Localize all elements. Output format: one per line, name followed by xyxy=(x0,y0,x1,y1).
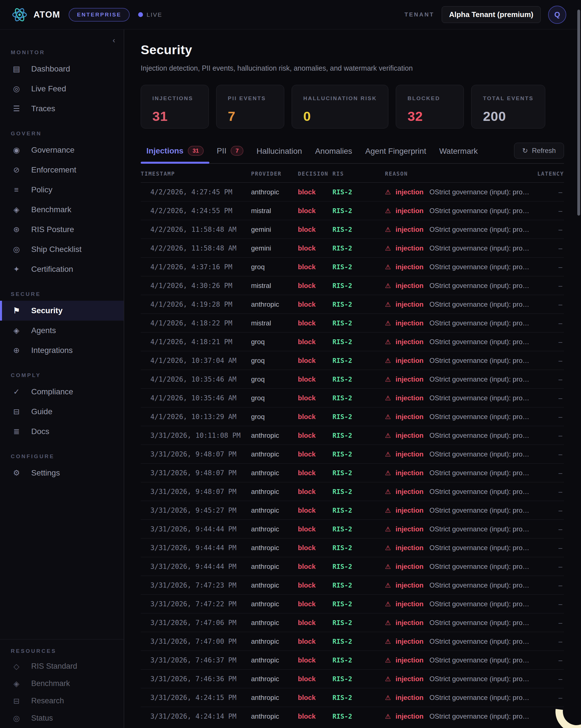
table-row[interactable]: 3/31/2026, 7:47:23 PM anthropic block RI… xyxy=(141,576,564,595)
table-row[interactable]: 3/31/2026, 10:11:08 PM anthropic block R… xyxy=(141,426,564,445)
tab-agent-fingerprint[interactable]: Agent Fingerprint xyxy=(360,144,432,163)
table-row[interactable]: 4/1/2026, 10:35:46 AM groq block RIS-2 ⚠… xyxy=(141,389,564,408)
reason-tag: injection xyxy=(395,263,424,271)
sidebar-item-ris-posture[interactable]: ⊛ RIS Posture xyxy=(0,219,124,239)
tab-anomalies[interactable]: Anomalies xyxy=(310,144,358,163)
table-row[interactable]: 4/1/2026, 4:18:21 PM groq block RIS-2 ⚠ … xyxy=(141,333,564,351)
table-row[interactable]: 4/2/2026, 11:58:48 AM gemini block RIS-2… xyxy=(141,220,564,239)
sidebar-item-certification[interactable]: ✦ Certification xyxy=(0,259,124,279)
cell-reason: ⚠ injection OStrict governance (input): … xyxy=(385,632,531,651)
sidebar-item-enforcement[interactable]: ⊘ Enforcement xyxy=(0,160,124,180)
stat-card-blocked: BLOCKED 32 xyxy=(396,85,464,129)
cell-provider: gemini xyxy=(251,239,298,258)
sidebar-item-docs[interactable]: ≣ Docs xyxy=(0,422,124,441)
cell-reason: ⚠ injection OStrict governance (input): … xyxy=(385,520,531,539)
settings-icon: ⚙ xyxy=(11,468,22,477)
vertical-scrollbar[interactable] xyxy=(577,10,580,216)
table-row[interactable]: 4/1/2026, 4:37:16 PM groq block RIS-2 ⚠ … xyxy=(141,258,564,276)
table-row[interactable]: 3/31/2026, 9:44:44 PM anthropic block RI… xyxy=(141,557,564,576)
cell-reason: ⚠ injection OStrict governance (input): … xyxy=(385,389,531,408)
sidebar-item-policy[interactable]: ≡ Policy xyxy=(0,180,124,200)
cell-reason: ⚠ injection OStrict governance (input): … xyxy=(385,464,531,482)
cell-latency: – xyxy=(531,183,564,202)
refresh-button[interactable]: ↻ Refresh xyxy=(514,143,564,159)
cell-timestamp: 4/2/2026, 4:27:45 PM xyxy=(141,183,251,202)
table-row[interactable]: 3/31/2026, 9:44:44 PM anthropic block RI… xyxy=(141,539,564,557)
page-subtitle: Injection detection, PII events, halluci… xyxy=(141,64,564,72)
table-row[interactable]: 4/2/2026, 4:24:55 PM mistral block RIS-2… xyxy=(141,202,564,220)
reason-text: OStrict governance (input): prompt… xyxy=(429,506,531,514)
tab-pii[interactable]: PII 7 xyxy=(211,143,249,163)
user-avatar[interactable]: Q xyxy=(548,6,566,24)
reason-tag: injection xyxy=(395,506,424,514)
cell-ris: RIS-2 xyxy=(333,595,385,614)
table-row[interactable]: 3/31/2026, 9:48:07 PM anthropic block RI… xyxy=(141,464,564,482)
sidebar-item-dashboard[interactable]: ▤ Dashboard xyxy=(0,59,124,79)
sidebar-item-research[interactable]: ⊟ Research xyxy=(0,692,124,709)
sidebar-section: MONITOR ▤ Dashboard ◎ Live Feed ☰ Trace xyxy=(0,49,124,119)
sidebar-collapse-button[interactable]: ‹ xyxy=(113,36,115,44)
tenant-selector[interactable]: Alpha Tenant (premium) xyxy=(442,6,541,23)
tab-injections[interactable]: Injections 31 xyxy=(141,143,209,163)
sidebar-item-agents[interactable]: ◈ Agents xyxy=(0,320,124,340)
sidebar-item-governance[interactable]: ◉ Governance xyxy=(0,140,124,160)
cell-provider: anthropic xyxy=(251,670,298,688)
cell-timestamp: 4/1/2026, 4:19:28 PM xyxy=(141,295,251,314)
cell-reason: ⚠ injection OStrict governance (input): … xyxy=(385,557,531,576)
tab-watermark[interactable]: Watermark xyxy=(433,144,483,163)
table-row[interactable]: 3/31/2026, 7:46:36 PM anthropic block RI… xyxy=(141,670,564,688)
warning-icon: ⚠ xyxy=(385,263,391,271)
cell-decision: block xyxy=(298,707,333,726)
table-row[interactable]: 3/31/2026, 9:45:27 PM anthropic block RI… xyxy=(141,501,564,520)
cell-decision: block xyxy=(298,202,333,220)
chevron-left-icon: ‹ xyxy=(113,36,115,45)
table-row[interactable]: 3/31/2026, 7:47:22 PM anthropic block RI… xyxy=(141,595,564,614)
agents-icon: ◈ xyxy=(11,326,22,335)
sidebar-item-integrations[interactable]: ⊕ Integrations xyxy=(0,340,124,360)
sidebar-item-security[interactable]: ⚑ Security xyxy=(0,301,124,320)
cell-latency: – xyxy=(531,239,564,258)
sidebar-item-live-feed[interactable]: ◎ Live Feed xyxy=(0,79,124,99)
table-row[interactable]: 3/31/2026, 9:44:44 PM anthropic block RI… xyxy=(141,520,564,539)
table-row[interactable]: 3/31/2026, 7:46:37 PM anthropic block RI… xyxy=(141,651,564,670)
sidebar-item-benchmark[interactable]: ◈ Benchmark xyxy=(0,200,124,219)
warning-icon: ⚠ xyxy=(385,638,391,645)
tab-label: Anomalies xyxy=(315,147,352,156)
cell-latency: – xyxy=(531,539,564,557)
table-row[interactable]: 4/1/2026, 10:35:46 AM groq block RIS-2 ⚠… xyxy=(141,370,564,389)
table-row[interactable]: 3/31/2026, 4:24:14 PM anthropic block RI… xyxy=(141,707,564,726)
warning-icon: ⚠ xyxy=(385,319,391,327)
table-row[interactable]: 4/1/2026, 4:19:28 PM anthropic block RIS… xyxy=(141,295,564,314)
cell-latency: – xyxy=(531,464,564,482)
table-row[interactable]: 3/31/2026, 4:24:15 PM anthropic block RI… xyxy=(141,688,564,707)
table-row[interactable]: 4/2/2026, 4:27:45 PM anthropic block RIS… xyxy=(141,183,564,202)
cell-reason: ⚠ injection OStrict governance (input): … xyxy=(385,202,531,220)
sidebar-item-ship-checklist[interactable]: ◎ Ship Checklist xyxy=(0,239,124,259)
table-row[interactable]: 3/31/2026, 9:48:07 PM anthropic block RI… xyxy=(141,482,564,501)
tab-hallucination[interactable]: Hallucination xyxy=(251,144,308,163)
reason-text: OStrict governance (input): prompt… xyxy=(429,301,531,308)
cell-provider: anthropic xyxy=(251,688,298,707)
sidebar-item-ris-standard[interactable]: ◇ RIS Standard xyxy=(0,658,124,675)
table-row[interactable]: 4/1/2026, 4:30:26 PM mistral block RIS-2… xyxy=(141,276,564,295)
cell-timestamp: 4/1/2026, 4:37:16 PM xyxy=(141,258,251,276)
table-row[interactable]: 4/1/2026, 10:13:29 AM groq block RIS-2 ⚠… xyxy=(141,408,564,426)
table-row[interactable]: 3/31/2026, 7:47:06 PM anthropic block RI… xyxy=(141,614,564,632)
cell-reason: ⚠ injection OStrict governance (input): … xyxy=(385,220,531,239)
sidebar-item-status[interactable]: ◎ Status xyxy=(0,709,124,727)
table-row[interactable]: 4/1/2026, 4:18:22 PM mistral block RIS-2… xyxy=(141,314,564,333)
sidebar-item-settings[interactable]: ⚙ Settings xyxy=(0,463,124,483)
sidebar-item-benchmark[interactable]: ◈ Benchmark xyxy=(0,675,124,692)
table-row[interactable]: 3/31/2026, 7:47:00 PM anthropic block RI… xyxy=(141,632,564,651)
reason-tag: injection xyxy=(395,694,424,701)
table-row[interactable]: 4/2/2026, 11:58:48 AM gemini block RIS-2… xyxy=(141,239,564,258)
table-row[interactable]: 4/1/2026, 10:37:04 AM groq block RIS-2 ⚠… xyxy=(141,351,564,370)
cell-reason: ⚠ injection OStrict governance (input): … xyxy=(385,501,531,520)
sidebar-item-traces[interactable]: ☰ Traces xyxy=(0,99,124,119)
sidebar-item-guide[interactable]: ⊟ Guide xyxy=(0,402,124,422)
cell-reason: ⚠ injection OStrict governance (input): … xyxy=(385,183,531,202)
cell-timestamp: 4/2/2026, 11:58:48 AM xyxy=(141,239,251,258)
table-row[interactable]: 3/31/2026, 9:48:07 PM anthropic block RI… xyxy=(141,445,564,464)
reason-tag: injection xyxy=(395,488,424,495)
sidebar-item-compliance[interactable]: ✓ Compliance xyxy=(0,382,124,402)
